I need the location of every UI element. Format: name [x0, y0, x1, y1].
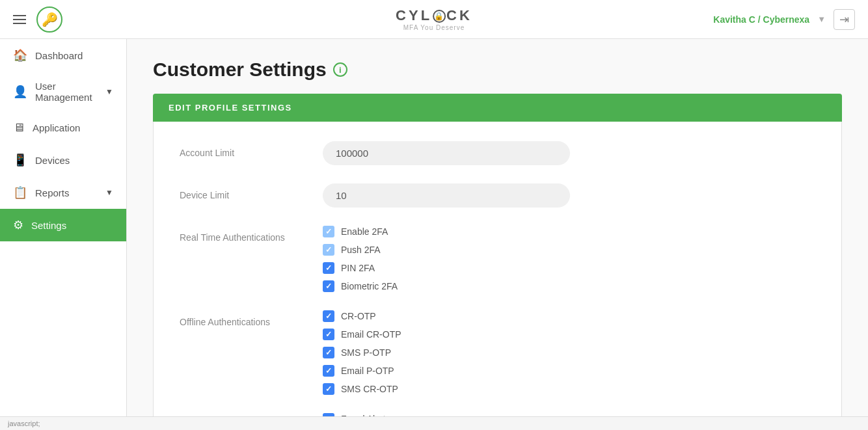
info-icon[interactable]: i [333, 62, 347, 77]
checkbox-push2fa[interactable]: Push 2FA [323, 244, 398, 256]
page-title-text: Customer Settings [153, 59, 327, 81]
checkbox-biometric2fa-visual[interactable] [323, 280, 334, 292]
user-info-label[interactable]: Kavitha C / Cybernexa [713, 14, 809, 25]
page-title: Customer Settings i [153, 59, 842, 81]
device-limit-row: Device Limit [180, 183, 815, 208]
checkbox-smspotp[interactable]: SMS P-OTP [323, 347, 401, 358]
account-limit-row: Account Limit [180, 141, 815, 165]
checkbox-enable2fa-visual[interactable] [323, 226, 334, 237]
real-time-auth-checkboxes: Enable 2FA Push 2FA PIN 2FA Biometric 2F… [323, 226, 398, 292]
sidebar-label-user-management: User Management [35, 81, 98, 103]
checkbox-emailpotp-label: Email P-OTP [341, 366, 394, 376]
cylock-logo: CYL🔒CK MFA You Deserve [396, 7, 472, 31]
account-limit-label: Account Limit [180, 141, 323, 158]
sidebar-label-reports: Reports [35, 187, 70, 198]
sidebar-label-settings: Settings [31, 220, 66, 231]
offline-auth-label: Offline Authentications [180, 310, 323, 327]
sidebar-item-devices[interactable]: 📱 Devices [0, 144, 126, 176]
checkbox-smspotp-label: SMS P-OTP [341, 347, 391, 358]
checkbox-crotp[interactable]: CR-OTP [323, 310, 401, 322]
settings-body: Account Limit Device Limit Real Time Aut… [153, 122, 842, 416]
arrow-icon-reports: ▼ [105, 188, 113, 197]
checkbox-smscrotp-label: SMS CR-OTP [341, 384, 398, 394]
status-bar: javascript; [0, 416, 868, 430]
checkbox-pin2fa-visual[interactable] [323, 262, 334, 274]
sidebar-item-settings[interactable]: ⚙ Settings [0, 209, 126, 241]
reports-icon: 📋 [13, 185, 27, 200]
logo-key-icon: 🔑 [36, 7, 62, 33]
checkbox-pin2fa[interactable]: PIN 2FA [323, 262, 398, 274]
sidebar-item-user-management[interactable]: 👤 User Management ▼ [0, 72, 126, 112]
arrow-icon-user-management: ▼ [105, 87, 113, 96]
checkbox-biometric2fa[interactable]: Biometric 2FA [323, 280, 398, 292]
device-icon: 📱 [13, 153, 27, 167]
top-header: 🔑 CYL🔒CK MFA You Deserve Kavitha C / Cyb… [0, 0, 868, 39]
checkbox-smspotp-visual[interactable] [323, 347, 334, 358]
sidebar-label-application: Application [33, 122, 80, 133]
account-limit-input[interactable] [323, 141, 570, 165]
header-right: Kavitha C / Cybernexa ▼ ⇥ [713, 9, 855, 30]
checkbox-emailcrotp-label: Email CR-OTP [341, 329, 401, 340]
device-limit-label: Device Limit [180, 183, 323, 200]
main-content: Customer Settings i EDIT PROFILE SETTING… [127, 39, 868, 416]
offline-auth-row: Offline Authentications CR-OTP Email CR-… [180, 310, 815, 395]
home-icon: 🏠 [13, 48, 27, 62]
section-header: EDIT PROFILE SETTINGS [153, 94, 842, 122]
checkbox-emailpotp[interactable]: Email P-OTP [323, 365, 401, 377]
hamburger-menu[interactable] [13, 15, 26, 24]
sidebar-label-devices: Devices [35, 155, 70, 166]
checkbox-crotp-visual[interactable] [323, 310, 334, 322]
checkbox-biometric2fa-label: Biometric 2FA [341, 281, 398, 291]
cylock-title-text: CYL🔒CK [396, 7, 472, 24]
header-left: 🔑 [13, 7, 62, 33]
sidebar: 🏠 Dashboard 👤 User Management ▼ 🖥 Applic… [0, 39, 127, 416]
logo-center: CYL🔒CK MFA You Deserve [396, 7, 472, 31]
main-layout: 🏠 Dashboard 👤 User Management ▼ 🖥 Applic… [0, 39, 868, 416]
sidebar-item-dashboard[interactable]: 🏠 Dashboard [0, 39, 126, 72]
device-limit-input[interactable] [323, 183, 570, 208]
checkbox-push2fa-visual[interactable] [323, 244, 334, 256]
real-time-auth-row: Real Time Authentications Enable 2FA Pus… [180, 226, 815, 292]
dropdown-arrow-icon[interactable]: ▼ [817, 14, 826, 24]
checkbox-emailcrotp-visual[interactable] [323, 329, 334, 340]
user-icon: 👤 [13, 85, 27, 99]
cylock-subtitle-text: MFA You Deserve [403, 24, 465, 31]
sidebar-item-application[interactable]: 🖥 Application [0, 112, 126, 144]
sidebar-item-reports[interactable]: 📋 Reports ▼ [0, 176, 126, 209]
offline-auth-checkboxes: CR-OTP Email CR-OTP SMS P-OTP Email P-OT… [323, 310, 401, 395]
real-time-auth-label: Real Time Authentications [180, 226, 323, 243]
checkbox-enable2fa-label: Enable 2FA [341, 226, 388, 237]
checkbox-emailcrotp[interactable]: Email CR-OTP [323, 329, 401, 340]
checkbox-smscrotp-visual[interactable] [323, 383, 334, 395]
checkbox-smscrotp[interactable]: SMS CR-OTP [323, 383, 401, 395]
logout-icon[interactable]: ⇥ [834, 9, 855, 30]
monitor-icon: 🖥 [13, 121, 25, 135]
checkbox-emailpotp-visual[interactable] [323, 365, 334, 377]
status-bar-text: javascript; [8, 420, 40, 427]
sidebar-label-dashboard: Dashboard [35, 50, 83, 61]
settings-icon: ⚙ [13, 218, 23, 232]
checkbox-pin2fa-label: PIN 2FA [341, 263, 375, 273]
checkbox-push2fa-label: Push 2FA [341, 245, 381, 255]
checkbox-enable2fa[interactable]: Enable 2FA [323, 226, 398, 237]
checkbox-crotp-label: CR-OTP [341, 311, 376, 321]
